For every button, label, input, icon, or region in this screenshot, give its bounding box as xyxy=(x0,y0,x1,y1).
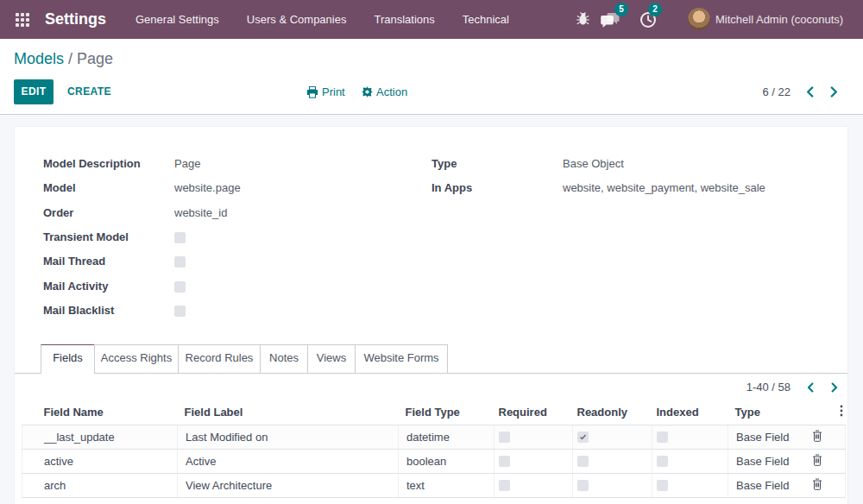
cell-field-type[interactable]: text xyxy=(399,473,494,497)
checkbox-unchecked xyxy=(657,432,668,443)
cell-field-type[interactable]: boolean xyxy=(399,449,494,473)
label-transient-model: Transient Model xyxy=(43,230,129,243)
cell-required[interactable] xyxy=(494,425,573,449)
cell-field-name[interactable]: __last_update xyxy=(22,425,178,449)
cell-indexed[interactable] xyxy=(652,425,728,449)
bug-icon[interactable] xyxy=(576,11,589,26)
label-mail-blacklist: Mail Blacklist xyxy=(43,304,114,317)
table-row[interactable]: __last_update Last Modified on datetime … xyxy=(22,425,846,449)
top-menu: General Settings Users & Companies Trans… xyxy=(135,0,509,39)
cell-readonly[interactable] xyxy=(573,449,652,473)
activities-badge[interactable]: 2 xyxy=(648,3,662,16)
tab-website-forms[interactable]: Website Forms xyxy=(355,344,448,373)
list-prev-button[interactable] xyxy=(803,375,817,400)
edit-button[interactable]: EDIT xyxy=(14,79,54,104)
tab-fields[interactable]: Fields xyxy=(41,344,95,374)
checkbox-unchecked xyxy=(499,480,510,491)
value-model-description: Page xyxy=(174,157,200,170)
optional-columns-toggle[interactable] xyxy=(790,400,846,425)
top-navbar: Settings General Settings Users & Compan… xyxy=(0,0,863,39)
printer-icon xyxy=(306,86,318,98)
print-menu[interactable]: Print xyxy=(306,79,345,104)
cell-field-label[interactable]: Last Modified on xyxy=(178,425,399,449)
list-next-button[interactable] xyxy=(828,375,841,400)
label-mail-thread: Mail Thread xyxy=(43,255,105,268)
col-type[interactable]: Type xyxy=(728,400,790,425)
user-name[interactable]: Mitchell Admin (coconuts) xyxy=(715,13,843,26)
gear-icon xyxy=(362,86,373,98)
prev-record-button[interactable] xyxy=(803,79,816,104)
cell-field-type[interactable]: datetime xyxy=(399,425,494,449)
cell-required[interactable] xyxy=(494,449,573,473)
table-row[interactable]: active Active boolean Base Field xyxy=(22,449,846,473)
table-row[interactable]: arch View Architecture text Base Field xyxy=(22,473,846,497)
menu-general-settings[interactable]: General Settings xyxy=(135,13,219,26)
apps-grid-icon[interactable] xyxy=(16,13,29,27)
cell-type[interactable]: Base Field xyxy=(728,473,790,497)
tab-record-rules[interactable]: Record Rules xyxy=(178,344,261,373)
cell-indexed[interactable] xyxy=(652,473,728,497)
label-model-description: Model Description xyxy=(43,157,141,170)
notebook-tabs: Fields Access Rights Record Rules Notes … xyxy=(15,344,847,374)
col-readonly[interactable]: Readonly xyxy=(573,400,652,425)
field-row-mail-activity: Mail Activity xyxy=(43,280,837,297)
checkbox-unchecked xyxy=(499,456,510,467)
menu-users-companies[interactable]: Users & Companies xyxy=(247,13,347,26)
cell-field-label[interactable]: Active xyxy=(178,449,399,473)
trash-icon[interactable] xyxy=(812,454,822,466)
list-pager: 1-40 / 58 xyxy=(746,378,791,397)
checkbox-mail-blacklist xyxy=(174,306,186,317)
col-field-name[interactable]: Field Name xyxy=(22,400,178,425)
cell-required[interactable] xyxy=(494,473,573,497)
label-model: Model xyxy=(43,181,76,194)
action-menu[interactable]: Action xyxy=(362,79,407,104)
form-sheet: Model Description Page Model website.pag… xyxy=(14,126,848,504)
cell-delete[interactable] xyxy=(790,473,846,497)
tab-access-rights[interactable]: Access Rights xyxy=(94,344,179,373)
record-pager: 6 / 22 xyxy=(762,79,791,104)
value-in-apps: website, website_payment, website_sale xyxy=(563,181,765,194)
field-row-mail-blacklist: Mail Blacklist xyxy=(43,304,837,321)
cell-field-label[interactable]: View Architecture xyxy=(178,473,399,497)
breadcrumb-page: Page xyxy=(77,50,113,67)
messages-badge[interactable]: 5 xyxy=(614,3,628,16)
trash-icon[interactable] xyxy=(812,430,822,442)
col-indexed[interactable]: Indexed xyxy=(652,400,728,425)
checkbox-checked xyxy=(577,432,589,443)
col-required[interactable]: Required xyxy=(494,400,573,425)
checkbox-unchecked xyxy=(657,480,668,491)
trash-icon[interactable] xyxy=(812,478,822,490)
checkbox-unchecked xyxy=(499,432,510,443)
next-record-button[interactable] xyxy=(827,79,841,104)
col-field-label[interactable]: Field Label xyxy=(178,400,399,425)
checkbox-transient-model xyxy=(174,232,186,243)
field-row-mail-thread: Mail Thread xyxy=(43,255,837,272)
cell-delete[interactable] xyxy=(790,449,846,473)
checkbox-unchecked xyxy=(657,456,668,467)
checkbox-unchecked xyxy=(577,456,589,467)
breadcrumb-models[interactable]: Models xyxy=(14,50,64,67)
cell-readonly[interactable] xyxy=(573,425,652,449)
col-field-type[interactable]: Field Type xyxy=(399,400,494,425)
user-avatar[interactable] xyxy=(688,8,710,30)
print-label: Print xyxy=(322,85,345,98)
checkbox-mail-thread xyxy=(174,256,186,268)
tab-notes[interactable]: Notes xyxy=(260,344,308,373)
cell-field-name[interactable]: active xyxy=(22,449,178,473)
cell-delete[interactable] xyxy=(790,425,846,449)
cell-indexed[interactable] xyxy=(652,449,728,473)
menu-translations[interactable]: Translations xyxy=(374,13,434,26)
menu-technical[interactable]: Technical xyxy=(463,13,509,26)
cell-type[interactable]: Base Field xyxy=(728,425,790,449)
checkbox-unchecked xyxy=(577,480,589,491)
breadcrumb: Models / Page xyxy=(14,50,113,68)
ellipsis-vertical-icon xyxy=(840,405,843,417)
create-button[interactable]: CREATE xyxy=(67,79,111,104)
value-model: website.page xyxy=(174,181,241,194)
app-name[interactable]: Settings xyxy=(45,10,106,28)
cell-type[interactable]: Base Field xyxy=(728,449,790,473)
tab-views[interactable]: Views xyxy=(307,344,356,373)
field-row-in-apps: In Apps website, website_payment, websit… xyxy=(432,181,837,198)
cell-readonly[interactable] xyxy=(573,473,652,497)
cell-field-name[interactable]: arch xyxy=(22,473,178,497)
